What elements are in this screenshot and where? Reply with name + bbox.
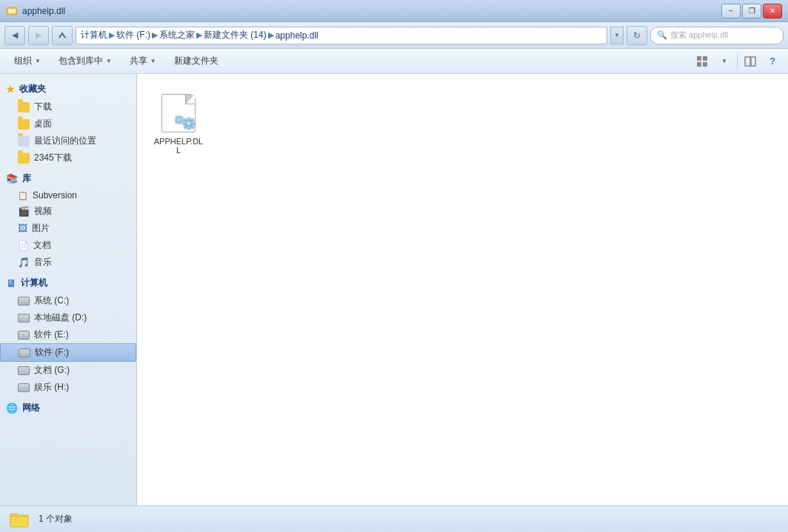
sidebar: ★ 收藏夹 下载 桌面 最近访问的位置 2345下载 📚 (0, 74, 137, 505)
hdd-icon (18, 366, 30, 375)
svg-rect-26 (176, 122, 178, 124)
svg-rect-3 (703, 56, 707, 61)
video-icon: 🎬 (18, 206, 30, 217)
svg-rect-27 (181, 122, 184, 124)
sidebar-item-recent[interactable]: 最近访问的位置 (0, 132, 136, 149)
network-section: 🌐 网络 (0, 399, 136, 417)
svg-rect-23 (181, 119, 184, 121)
up-button[interactable] (52, 26, 73, 45)
sidebar-item-e[interactable]: 软件 (E:) (0, 326, 136, 343)
image-icon: 🖼 (18, 223, 27, 234)
path-file[interactable]: apphelp.dll (276, 30, 318, 41)
path-folder1[interactable]: 系统之家 (159, 29, 195, 41)
file-item-apphelp[interactable]: APPHELP.DLL (149, 86, 208, 161)
file-name: APPHELP.DLL (153, 137, 204, 155)
status-count: 1 个对象 (39, 513, 73, 525)
svn-icon: 📋 (18, 191, 28, 201)
path-dropdown[interactable]: ▼ (610, 27, 624, 44)
sidebar-item-download[interactable]: 下载 (0, 98, 136, 115)
refresh-button[interactable]: ↻ (627, 26, 647, 45)
small-gear-icon (173, 113, 186, 127)
sidebar-item-c[interactable]: 系统 (C:) (0, 292, 136, 309)
window-title: apphelp.dll (22, 6, 65, 16)
sidebar-item-desktop[interactable]: 桌面 (0, 115, 136, 132)
sidebar-item-images[interactable]: 🖼 图片 (0, 220, 136, 237)
svg-rect-6 (745, 57, 750, 66)
svg-rect-20 (178, 115, 181, 118)
hdd-icon (18, 297, 30, 306)
svg-rect-22 (175, 119, 177, 121)
network-header: 🌐 网络 (0, 399, 136, 417)
window-controls: − ❐ ✕ (721, 4, 782, 18)
path-computer[interactable]: 计算机 (81, 29, 107, 41)
back-button[interactable]: ◀ (4, 26, 25, 45)
dll-file-icon (158, 92, 199, 134)
file-area[interactable]: APPHELP.DLL (137, 74, 788, 505)
svg-rect-7 (751, 57, 755, 66)
path-drive[interactable]: 软件 (F:) (116, 29, 150, 41)
path-bar[interactable]: 计算机 ▶ 软件 (F:) ▶ 系统之家 ▶ 新建文件夹 (14) ▶ apph… (76, 27, 607, 44)
status-folder-icon (9, 509, 30, 530)
computer-label: 计算机 (21, 277, 47, 289)
title-bar: apphelp.dll − ❐ ✕ (0, 0, 788, 22)
svg-rect-15 (191, 119, 194, 122)
hdd-icon (18, 331, 30, 340)
svg-rect-10 (187, 118, 190, 121)
folder-icon (18, 102, 30, 112)
share-button[interactable]: 共享 ▼ (121, 52, 164, 71)
favorites-header: ★ 收藏夹 (0, 80, 136, 98)
status-bar: 1 个对象 (0, 505, 788, 532)
include-library-button[interactable]: 包含到库中 ▼ (50, 52, 120, 71)
sidebar-item-d[interactable]: 本地磁盘 (D:) (0, 309, 136, 326)
title-left: apphelp.dll (6, 5, 65, 17)
favorites-label: 收藏夹 (19, 83, 46, 95)
recent-icon (18, 136, 30, 147)
toolbar-divider (737, 54, 738, 69)
organize-button[interactable]: 组织 ▼ (6, 52, 49, 71)
minimize-button[interactable]: − (721, 4, 741, 18)
forward-button[interactable]: ▶ (28, 26, 49, 45)
svg-rect-17 (191, 126, 194, 129)
library-icon: 📚 (6, 173, 18, 184)
folder-icon (18, 119, 30, 129)
svg-rect-2 (697, 56, 701, 61)
sidebar-item-2345[interactable]: 2345下载 (0, 149, 136, 166)
svg-rect-13 (192, 122, 195, 125)
svg-rect-25 (181, 116, 184, 118)
toolbar-right: ▼ ? (692, 52, 782, 71)
close-button[interactable]: ✕ (763, 4, 782, 18)
main-content: ★ 收藏夹 下载 桌面 最近访问的位置 2345下载 📚 (0, 74, 788, 505)
hdd-icon (18, 383, 30, 392)
hdd-icon (19, 349, 30, 357)
sidebar-item-g[interactable]: 文档 (G:) (0, 362, 136, 379)
music-icon: 🎵 (18, 257, 30, 268)
computer-section: 🖥 计算机 系统 (C:) 本地磁盘 (D:) 软件 (E:) 软件 (F:) (0, 274, 136, 396)
search-box[interactable]: 🔍 搜索 apphelp.dll (650, 27, 784, 44)
new-folder-button[interactable]: 新建文件夹 (166, 52, 227, 71)
network-icon: 🌐 (6, 403, 18, 414)
library-header: 📚 库 (0, 169, 136, 188)
help-button[interactable]: ? (763, 52, 782, 71)
network-label: 网络 (22, 402, 40, 414)
view-dropdown-button[interactable]: ▼ (715, 52, 734, 71)
view-grid-button[interactable] (692, 52, 712, 71)
window-icon (6, 5, 18, 17)
details-pane-button[interactable] (741, 52, 760, 71)
favorites-section: ★ 收藏夹 下载 桌面 最近访问的位置 2345下载 (0, 80, 136, 166)
toolbar: 组织 ▼ 包含到库中 ▼ 共享 ▼ 新建文件夹 ▼ (0, 49, 788, 74)
search-placeholder: 搜索 apphelp.dll (670, 30, 728, 41)
sidebar-item-docs[interactable]: 📄 文档 (0, 237, 136, 254)
svg-point-9 (187, 122, 190, 125)
restore-button[interactable]: ❐ (742, 4, 761, 18)
sidebar-item-h[interactable]: 娱乐 (H:) (0, 379, 136, 396)
sidebar-item-subversion[interactable]: 📋 Subversion (0, 188, 136, 203)
sidebar-item-f[interactable]: 软件 (F:) (0, 343, 136, 362)
computer-icon: 🖥 (6, 277, 16, 289)
svg-rect-1 (8, 9, 16, 13)
svg-rect-24 (176, 116, 178, 118)
doc-icon: 📄 (18, 240, 29, 251)
path-folder2[interactable]: 新建文件夹 (14) (204, 29, 267, 41)
sidebar-item-video[interactable]: 🎬 视频 (0, 203, 136, 220)
svg-rect-4 (697, 62, 701, 67)
sidebar-item-music[interactable]: 🎵 音乐 (0, 254, 136, 271)
